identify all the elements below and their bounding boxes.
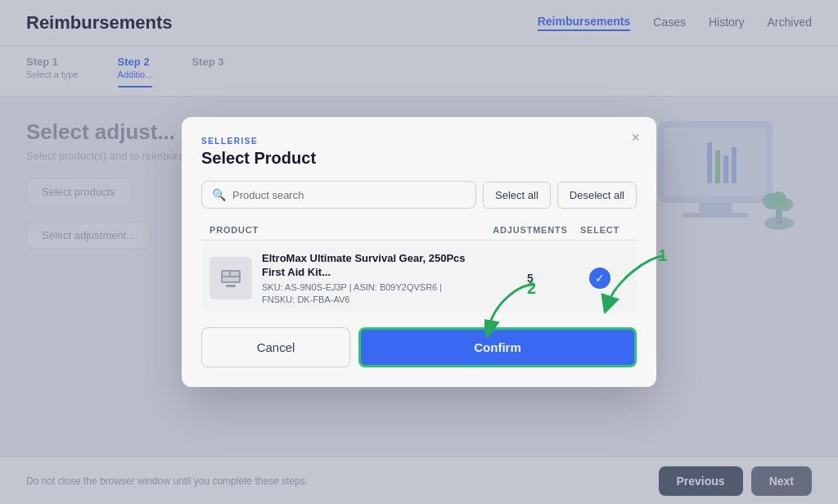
product-select-toggle[interactable]: ✓ — [571, 268, 628, 289]
table-header: PRODUCT ADJUSTMENTS SELECT — [201, 220, 637, 241]
svg-rect-16 — [231, 272, 239, 276]
deselect-all-button[interactable]: Deselect all — [557, 182, 637, 209]
product-info: EltroMax Ultimate Survival Gear, 250Pcs … — [262, 252, 489, 304]
select-product-modal: SELLERISE Select Product × 🔍 Select all … — [182, 117, 656, 387]
svg-rect-17 — [223, 277, 239, 281]
select-all-button[interactable]: Select all — [483, 182, 551, 209]
search-row: 🔍 Select all Deselect all — [201, 181, 637, 209]
search-icon: 🔍 — [212, 188, 226, 201]
search-box: 🔍 — [201, 181, 476, 209]
background-page: Reimbursements Reimbursements Cases Hist… — [0, 0, 838, 504]
product-fnsku: FNSKU: DK-FBA-AV6 — [262, 295, 489, 304]
svg-rect-18 — [226, 285, 236, 287]
col-product-header: PRODUCT — [210, 225, 489, 235]
col-adjustments-header: ADJUSTMENTS — [489, 225, 571, 235]
modal-title: Select Product — [201, 149, 637, 168]
modal-footer: Cancel Confirm — [201, 327, 637, 367]
svg-text:1: 1 — [658, 248, 667, 264]
modal-brand: SELLERISE — [201, 137, 637, 146]
cancel-button[interactable]: Cancel — [201, 327, 350, 367]
product-adjustments: 5 — [489, 272, 571, 285]
svg-rect-15 — [223, 272, 229, 276]
product-image — [210, 257, 252, 299]
product-name: EltroMax Ultimate Survival Gear, 250Pcs … — [262, 252, 489, 280]
product-sku: SKU: AS-9N0S-EJ3P | ASIN: B09Y2QVSR6 | — [262, 282, 489, 292]
col-select-header: SELECT — [571, 225, 628, 235]
modal-overlay: SELLERISE Select Product × 🔍 Select all … — [0, 0, 838, 504]
close-button[interactable]: × — [631, 130, 640, 145]
product-row[interactable]: EltroMax Ultimate Survival Gear, 250Pcs … — [201, 244, 637, 313]
search-input[interactable] — [232, 189, 466, 201]
confirm-button[interactable]: Confirm — [358, 327, 637, 367]
check-icon: ✓ — [589, 268, 610, 289]
